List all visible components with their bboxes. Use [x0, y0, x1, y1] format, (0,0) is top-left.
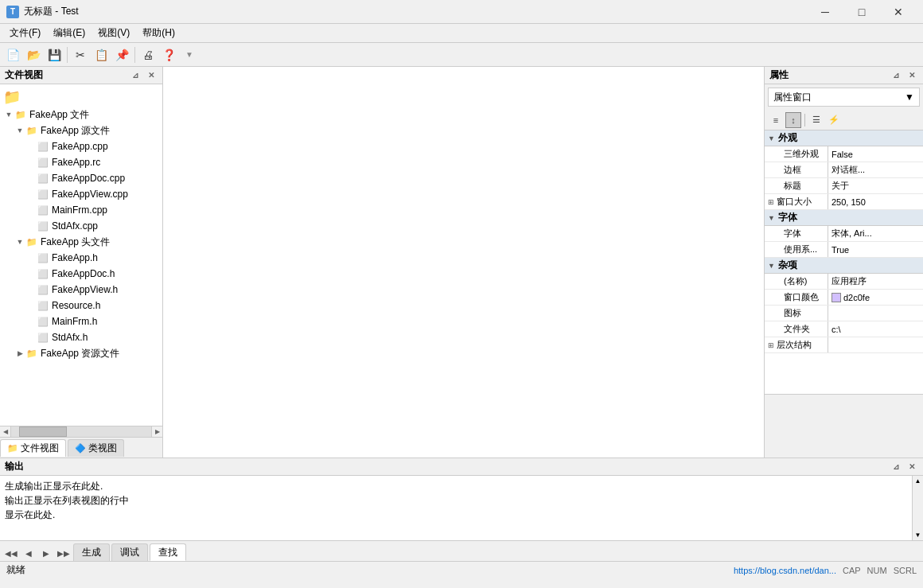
props-tb-events[interactable]: ☰: [808, 112, 824, 128]
file-tree[interactable]: 📁 ▼ 📁 FakeApp 文件 ▼ 📁 FakeApp 源文件 ⬜ FakeA…: [0, 84, 162, 426]
hscroll-right[interactable]: ▶: [151, 426, 162, 438]
cpp-file-icon: ⬜: [37, 172, 49, 185]
editor-area[interactable]: [163, 67, 764, 458]
props-row-hierarchy[interactable]: ⊞ 层次结构: [765, 337, 923, 353]
prop-name-name: (名称): [765, 274, 828, 289]
output-nav-next[interactable]: ▶: [38, 545, 54, 561]
tree-toggle[interactable]: ▶: [14, 348, 25, 359]
props-row-folder[interactable]: 文件夹 c:\: [765, 321, 923, 337]
list-item[interactable]: ▼ 📁 FakeApp 文件: [0, 107, 162, 123]
prop-value-size: 250, 150: [828, 194, 923, 209]
menu-edit[interactable]: 编辑(E): [47, 25, 92, 41]
toolbar-save[interactable]: 💾: [45, 45, 64, 64]
prop-value-folder: c:\: [828, 321, 923, 337]
props-row-font[interactable]: 字体 宋体, Ari...: [765, 226, 923, 242]
props-panel-close[interactable]: ✕: [905, 69, 918, 82]
output-vscroll[interactable]: ▲ ▼: [912, 476, 923, 540]
tree-toggle[interactable]: ▼: [14, 125, 25, 136]
tree-node-label: FakeApp.h: [52, 252, 98, 263]
hscroll-left[interactable]: ◀: [0, 426, 11, 438]
list-item[interactable]: ⬜ StdAfx.h: [0, 329, 162, 345]
tree-node-label: FakeApp.rc: [52, 157, 100, 168]
hscroll-thumb[interactable]: [19, 426, 67, 437]
file-panel-pin[interactable]: ⊿: [129, 69, 142, 82]
props-row-name[interactable]: (名称) 应用程序: [765, 274, 923, 290]
props-tb-categorized[interactable]: ≡: [768, 112, 784, 128]
props-panel-pin[interactable]: ⊿: [890, 69, 902, 82]
tree-toggle[interactable]: ▼: [3, 109, 14, 120]
props-section-font[interactable]: ▼ 字体: [765, 210, 923, 226]
file-panel-hscroll[interactable]: ◀ ▶: [0, 426, 162, 437]
props-row-title[interactable]: 标题 关于: [765, 178, 923, 194]
status-url: https://blog.csdn.net/dan...: [734, 566, 836, 575]
toolbar-open[interactable]: 📂: [24, 45, 43, 64]
list-item[interactable]: ▼ 📁 FakeApp 源文件: [0, 123, 162, 138]
tree-toggle[interactable]: ▼: [14, 236, 25, 247]
menu-file[interactable]: 文件(F): [3, 25, 47, 41]
tree-toggle-empty: [25, 189, 37, 200]
vscroll-up[interactable]: ▲: [915, 477, 921, 485]
toolbar-new[interactable]: 📄: [3, 45, 22, 64]
props-section-appearance[interactable]: ▼ 外观: [765, 130, 923, 146]
toolbar-paste[interactable]: 📌: [112, 45, 131, 64]
menu-help[interactable]: 帮助(H): [136, 25, 181, 41]
rc-file-icon: ⬜: [37, 156, 49, 169]
list-item[interactable]: ⬜ FakeAppDoc.cpp: [0, 170, 162, 186]
tab-fileview[interactable]: 📁 文件视图: [0, 439, 66, 457]
list-item[interactable]: ⬜ FakeApp.rc: [0, 154, 162, 170]
toolbar-print[interactable]: 🖨: [138, 45, 158, 64]
status-num: NUM: [867, 566, 887, 575]
output-nav-first[interactable]: ◀◀: [3, 545, 19, 561]
list-item[interactable]: ⬜ FakeAppView.cpp: [0, 186, 162, 202]
props-row-bgcolor[interactable]: 窗口颜色 d2c0fe: [765, 290, 923, 306]
list-item[interactable]: ⬜ Resource.h: [0, 298, 162, 313]
output-pin[interactable]: ⊿: [890, 461, 902, 473]
list-item[interactable]: ⬜ FakeApp.cpp: [0, 138, 162, 154]
menu-view[interactable]: 视图(V): [92, 25, 136, 41]
list-item[interactable]: ⬜ FakeAppView.h: [0, 282, 162, 298]
props-tb-alphabetical[interactable]: ↕: [785, 112, 801, 128]
list-item[interactable]: ⬜ MainFrm.cpp: [0, 202, 162, 218]
props-tb-sep: [804, 114, 805, 127]
vscroll-down[interactable]: ▼: [915, 532, 921, 539]
list-item[interactable]: ⬜ MainFrm.h: [0, 313, 162, 329]
tab-classview[interactable]: 🔷 类视图: [68, 439, 124, 457]
list-item[interactable]: ⬜ FakeApp.h: [0, 250, 162, 266]
props-row-size[interactable]: ⊞ 窗口大小 250, 150: [765, 194, 923, 210]
prop-name-icon: 图标: [765, 306, 828, 321]
hscroll-track[interactable]: [11, 426, 151, 437]
props-row-icon[interactable]: 图标: [765, 306, 923, 321]
props-row-3d[interactable]: 三维外观 False: [765, 146, 923, 162]
output-nav-prev[interactable]: ◀: [21, 545, 37, 561]
properties-panel: 属性 ⊿ ✕ 属性窗口 ▼ ≡ ↕ ☰ ⚡ ▼ 外观 三维外观 False: [764, 67, 923, 458]
props-tb-favorites[interactable]: ⚡: [826, 112, 842, 128]
tree-node-label: MainFrm.cpp: [52, 204, 107, 216]
status-bar: 就绪 https://blog.csdn.net/dan... CAP NUM …: [0, 561, 923, 578]
output-close[interactable]: ✕: [905, 461, 918, 473]
tab-build[interactable]: 生成: [73, 543, 110, 561]
props-row-usesys[interactable]: 使用系... True: [765, 242, 923, 258]
list-item[interactable]: ⬜ StdAfx.cpp: [0, 218, 162, 234]
status-text: 就绪: [6, 563, 734, 577]
props-section-misc[interactable]: ▼ 杂项: [765, 258, 923, 274]
toolbar-cut[interactable]: ✂: [71, 45, 90, 64]
minimize-button[interactable]: ─: [807, 0, 843, 24]
classview-tab-icon: 🔷: [75, 443, 86, 454]
close-button[interactable]: ✕: [880, 0, 917, 24]
props-row-border[interactable]: 边框 对话框...: [765, 162, 923, 178]
tree-node-label: StdAfx.h: [52, 332, 88, 343]
toolbar-copy[interactable]: 📋: [92, 45, 111, 64]
toolbar-more[interactable]: ▼: [180, 45, 199, 64]
toolbar-help[interactable]: ❓: [159, 45, 178, 64]
list-item[interactable]: ▶ 📁 FakeApp 资源文件: [0, 345, 162, 361]
maximize-button[interactable]: □: [843, 0, 880, 24]
tab-debug[interactable]: 调试: [111, 543, 148, 561]
list-item[interactable]: ▼ 📁 FakeApp 头文件: [0, 234, 162, 250]
file-panel-close[interactable]: ✕: [145, 69, 158, 82]
tab-find[interactable]: 查找: [150, 543, 186, 561]
props-dropdown[interactable]: 属性窗口 ▼: [768, 88, 920, 107]
list-item[interactable]: ⬜ FakeAppDoc.h: [0, 266, 162, 282]
output-panel: 输出 ⊿ ✕ 生成输出正显示在此处. 输出正显示在列表视图的行中 显示在此处. …: [0, 458, 923, 561]
folder-icon: 📁: [25, 124, 38, 137]
output-nav-last[interactable]: ▶▶: [56, 545, 72, 561]
